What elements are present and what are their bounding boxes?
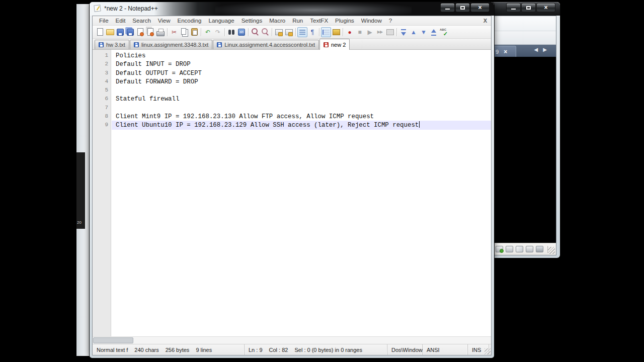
copy-icon[interactable]: [179, 27, 189, 37]
stop-macro-icon[interactable]: ■: [355, 27, 365, 37]
menu-search[interactable]: Search: [129, 18, 154, 24]
menu-help[interactable]: ?: [385, 18, 395, 24]
editor[interactable]: 1 Policies 2 Default INPUT = DROP 3 Defa…: [93, 50, 491, 336]
close-file-icon[interactable]: [135, 27, 145, 37]
display-icon[interactable]: [536, 246, 543, 252]
print-icon[interactable]: [155, 27, 166, 37]
paste-icon[interactable]: [189, 27, 199, 37]
play-macro-icon[interactable]: ▶: [365, 27, 375, 37]
save-all-icon[interactable]: [125, 27, 135, 37]
menu-run[interactable]: Run: [289, 18, 306, 24]
horizontal-scrollbar[interactable]: [93, 336, 491, 344]
sort-descending-icon[interactable]: [429, 27, 439, 37]
tab-scroll-right-icon[interactable]: ▶: [543, 47, 552, 52]
menu-file[interactable]: File: [96, 18, 112, 24]
cd-dvd-icon[interactable]: [516, 246, 523, 252]
menu-language[interactable]: Language: [205, 18, 237, 24]
editor-line[interactable]: 3 Default OUTPUT = ACCEPT: [93, 69, 491, 77]
tab-linux-assignment-4[interactable]: Linux.assignment.4.accesscontrol.txt: [213, 40, 319, 49]
editor-line[interactable]: 9 Client Ubuntu10 IP = 192.168.23.129 Al…: [93, 121, 491, 129]
editor-line[interactable]: 7: [93, 104, 491, 112]
menu-view[interactable]: View: [154, 18, 174, 24]
sort-ascending-icon[interactable]: [398, 27, 409, 37]
status-bytes: 256 bytes: [166, 347, 190, 353]
menu-edit[interactable]: Edit: [112, 18, 129, 24]
printer-status-icon[interactable]: [496, 246, 503, 252]
previous-icon[interactable]: ▲: [409, 27, 419, 37]
zoom-in-icon[interactable]: [250, 27, 260, 37]
zoom-out-icon[interactable]: [260, 27, 270, 37]
document-state-icon: [134, 42, 139, 47]
tab-hw-3[interactable]: hw 3.txt: [95, 40, 129, 49]
usb-controller-icon[interactable]: [526, 246, 533, 252]
minimize-button[interactable]: [440, 3, 455, 12]
toolbar: ✂↶↷¶●■▶▶▶▲▼: [93, 26, 491, 39]
menu-macro[interactable]: Macro: [266, 18, 289, 24]
status-eol-format[interactable]: Dos\Windows: [387, 344, 423, 355]
line-text: Stateful firewall: [116, 96, 179, 103]
status-encoding[interactable]: ANSI: [423, 344, 468, 355]
save-macro-icon[interactable]: [385, 27, 395, 37]
editor-line[interactable]: 2 Default INPUT = DROP: [93, 60, 491, 68]
vm-tab-close-icon[interactable]: ×: [504, 48, 507, 55]
run-macro-multiple-icon[interactable]: ▶▶: [375, 27, 385, 37]
separator: [166, 27, 169, 37]
line-text: Default FORWARD = DROP: [116, 78, 198, 85]
cut-icon[interactable]: ✂: [169, 27, 179, 37]
record-macro-icon[interactable]: ●: [345, 27, 355, 37]
document-state-icon: [99, 42, 104, 47]
tab-new-2[interactable]: new 2: [319, 39, 350, 50]
menu-plugins[interactable]: Plugins: [332, 18, 358, 24]
line-text: Policies: [116, 52, 146, 59]
menu-window[interactable]: Window: [358, 18, 385, 24]
save-icon[interactable]: [115, 27, 125, 37]
undo-icon[interactable]: ↶: [203, 27, 213, 37]
spell-check-icon[interactable]: [439, 27, 449, 37]
open-file-icon[interactable]: [105, 27, 115, 37]
window-title: *new 2 - Notepad++: [104, 5, 158, 12]
menu-bar: FileEditSearchViewEncodingLanguageSettin…: [93, 16, 491, 26]
sync-vertical-scroll-icon[interactable]: [274, 27, 284, 37]
menubar-close-button[interactable]: X: [484, 18, 487, 24]
left-window-content: [76, 152, 85, 229]
tab-label: Linux.assignment.4.accesscontrol.txt: [224, 42, 315, 48]
tab-scroll-left-icon[interactable]: ◀: [534, 47, 543, 52]
new-file-icon[interactable]: [95, 27, 105, 37]
status-cursor-position: Ln : 9 Col : 82 Sel : 0 (0 bytes) in 0 r…: [245, 344, 387, 355]
editor-line[interactable]: 8 Client Mint9 IP = 192.168.23.130 Allow…: [93, 112, 491, 121]
redo-icon[interactable]: ↷: [213, 27, 223, 37]
usb-device-icon[interactable]: [506, 246, 513, 252]
status-doc-type: Normal text f: [97, 347, 128, 353]
maximize-button[interactable]: [521, 3, 536, 12]
tab-bar: hw 3.txt linux.assignment.3348.3.txt Lin…: [93, 39, 491, 50]
menu-encoding[interactable]: Encoding: [174, 18, 205, 24]
show-all-characters-icon[interactable]: ¶: [307, 27, 317, 37]
replace-icon[interactable]: [236, 27, 247, 37]
menu-textfx[interactable]: TextFX: [306, 18, 332, 24]
tab-linux-assignment-3348[interactable]: linux.assignment.3348.3.txt: [130, 40, 212, 49]
notepad-titlebar[interactable]: *new 2 - Notepad++ ×: [90, 2, 494, 16]
editor-line[interactable]: 6 Stateful firewall: [93, 95, 491, 103]
close-button[interactable]: ×: [536, 3, 555, 12]
editor-line[interactable]: 1 Policies: [93, 51, 491, 60]
editor-line[interactable]: 5: [93, 86, 491, 95]
menu-settings[interactable]: Settings: [238, 18, 266, 24]
line-number: 4: [93, 77, 108, 86]
maximize-button[interactable]: [455, 3, 470, 12]
horizontal-scrollbar-thumb[interactable]: [93, 337, 133, 343]
close-all-icon[interactable]: [145, 27, 155, 37]
sync-horizontal-scroll-icon[interactable]: [284, 27, 294, 37]
find-icon[interactable]: [226, 27, 236, 37]
left-window-sliver: 20: [76, 4, 90, 356]
indent-guide-icon[interactable]: [321, 27, 331, 37]
minimize-button[interactable]: [506, 3, 521, 12]
resize-grip-icon[interactable]: [548, 247, 555, 254]
function-list-icon[interactable]: [331, 27, 341, 37]
editor-line[interactable]: 4 Default FORWARD = DROP: [93, 77, 491, 86]
next-icon[interactable]: ▼: [419, 27, 429, 37]
close-button[interactable]: ×: [470, 3, 490, 12]
word-wrap-icon[interactable]: [297, 27, 307, 37]
left-window-label: 20: [77, 220, 82, 225]
separator: [317, 27, 321, 37]
resize-grip-icon[interactable]: [485, 348, 491, 354]
